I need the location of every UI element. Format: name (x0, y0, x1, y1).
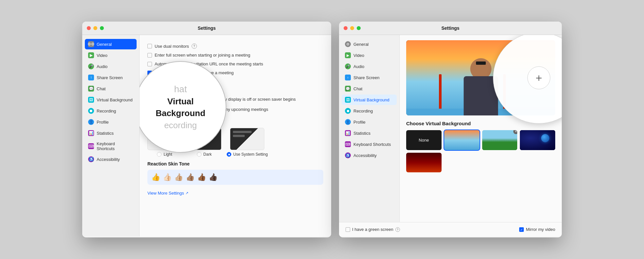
skin-tone-default[interactable]: 👍 (151, 173, 160, 181)
sidebar-item-recording[interactable]: ⏺ Recording (85, 106, 137, 116)
video-wrapper: ＋ (406, 40, 555, 115)
bg-thumb-space[interactable] (520, 130, 555, 150)
left-main-content: hat Virtual Background ecording Use dual… (140, 35, 331, 236)
theme-dark-radio[interactable] (197, 152, 201, 157)
left-window-title: Settings (198, 26, 216, 31)
dual-monitors-checkbox[interactable] (147, 44, 152, 48)
right-label-accessibility: Accessibility (353, 153, 377, 158)
right-maximize-button[interactable] (357, 26, 361, 30)
right-close-button[interactable] (344, 26, 348, 30)
theme-dark-label-row: Dark (197, 152, 212, 157)
sidebar-label-recording: Recording (97, 109, 116, 113)
skin-tone-title: Reaction Skin Tone (147, 161, 323, 166)
right-minimize-button[interactable] (350, 26, 354, 30)
skin-tone-4[interactable]: 👍🏾 (197, 173, 206, 181)
skin-tone-3[interactable]: 👍🏽 (186, 173, 195, 181)
minimize-button[interactable] (93, 26, 97, 30)
right-sidebar-keyboard-shortcuts[interactable]: ⌨ Keyboard Shortcuts (342, 139, 397, 149)
mirror-checkbox[interactable] (519, 227, 524, 232)
sidebar-label-chat: Chat (97, 86, 105, 91)
green-screen-check: I have a green screen ? (346, 227, 400, 232)
mag-line-hat: hat (142, 83, 219, 95)
sidebar-item-general[interactable]: ⚙ General (85, 39, 137, 49)
right-vbg-icon: 🖼 (345, 97, 351, 103)
mirror-label: Mirror my video (526, 227, 555, 232)
bg-grid: None ✕ (406, 130, 555, 150)
copy-url-checkbox[interactable] (147, 62, 152, 66)
mirror-check: Mirror my video (519, 227, 555, 232)
left-sidebar: ⚙ General ▶ Video 🎤 Audio ↑ Share Screen… (82, 35, 140, 236)
vbg-footer: I have a green screen ? Mirror my video (339, 222, 562, 236)
right-sidebar-audio[interactable]: 🎤 Audio (342, 61, 397, 72)
sidebar-item-virtual-background[interactable]: 🖼 Virtual Background (85, 95, 137, 105)
right-sidebar-recording[interactable]: ⏺ Recording (342, 106, 397, 116)
view-more-settings-link[interactable]: View More Settings ↗ (147, 191, 323, 196)
sidebar-item-share-screen[interactable]: ↑ Share Screen (85, 72, 137, 83)
full-screen-checkbox[interactable] (147, 53, 152, 58)
theme-dark-label: Dark (203, 152, 212, 157)
right-sidebar-chat[interactable]: 💬 Chat (342, 83, 397, 94)
right-label-vbg: Virtual Background (353, 97, 389, 102)
sidebar-item-video[interactable]: ▶ Video (85, 50, 137, 60)
keyboard-shortcuts-icon: ⌨ (88, 143, 94, 149)
right-gear-icon: ⚙ (345, 41, 351, 47)
right-recording-icon: ⏺ (345, 108, 351, 114)
sidebar-item-chat[interactable]: 💬 Chat (85, 83, 137, 94)
green-screen-help-icon[interactable]: ? (395, 227, 400, 232)
dual-monitors-help-icon[interactable]: ? (192, 43, 197, 49)
dual-monitors-label: Use dual monitors (155, 44, 189, 49)
virtual-background-icon: 🖼 (88, 97, 94, 103)
close-button[interactable] (87, 26, 91, 30)
sidebar-label-accessibility: Accessibility (97, 157, 120, 162)
grass-delete-badge[interactable]: ✕ (513, 130, 517, 134)
sidebar-label-statistics: Statistics (97, 131, 114, 136)
sidebar-item-audio[interactable]: 🎤 Audio (85, 61, 137, 72)
right-label-chat: Chat (353, 86, 362, 91)
right-sidebar-video[interactable]: ▶ Video (342, 50, 397, 60)
profile-icon: 👤 (88, 119, 94, 125)
magnifier-content: hat Virtual Background ecording (140, 76, 226, 138)
person-silhouette (463, 58, 499, 115)
add-background-button[interactable]: ＋ (527, 66, 550, 89)
right-keyboard-icon: ⌨ (345, 141, 351, 147)
right-video-icon: ▶ (345, 52, 351, 58)
mag-line-vbg: Virtual Background (142, 95, 219, 119)
left-settings-window: Settings ⚙ General ▶ Video 🎤 Audio ↑ Sha… (82, 22, 331, 237)
right-chat-icon: 💬 (345, 86, 351, 92)
right-sidebar-profile[interactable]: 👤 Profile (342, 117, 397, 127)
right-sidebar-statistics[interactable]: 📊 Statistics (342, 128, 397, 138)
skin-tone-2[interactable]: 👍🏼 (174, 173, 183, 181)
theme-system-radio[interactable] (227, 152, 231, 157)
right-sidebar-share-screen[interactable]: ↑ Share Screen (342, 72, 397, 83)
bg-thumb-bridge[interactable] (444, 130, 480, 150)
right-window-title: Settings (441, 26, 459, 31)
sidebar-label-share-screen: Share Screen (97, 75, 123, 80)
share-screen-icon: ↑ (88, 75, 94, 80)
right-sidebar-accessibility[interactable]: ♿ Accessibility (342, 150, 397, 161)
sidebar-item-statistics[interactable]: 📊 Statistics (85, 128, 137, 138)
skin-tone-5[interactable]: 👍🏿 (209, 173, 218, 181)
accessibility-icon: ♿ (88, 156, 94, 162)
right-sidebar-virtual-background[interactable]: 🖼 Virtual Background (342, 95, 397, 105)
right-sidebar-general[interactable]: ⚙ General (342, 39, 397, 49)
right-label-statistics: Statistics (353, 131, 370, 136)
sidebar-label-vbg: Virtual Background (97, 97, 133, 102)
bg-none-label: None (419, 138, 429, 143)
bg-thumb-none[interactable]: None (406, 130, 442, 150)
skin-tone-1[interactable]: 👍🏻 (163, 173, 172, 181)
theme-system-preview (230, 128, 264, 150)
right-label-general: General (353, 42, 369, 47)
green-screen-checkbox[interactable] (346, 227, 350, 232)
bg-thumb-grass[interactable]: ✕ (482, 130, 518, 150)
mag-line-recording: ecording (142, 119, 219, 131)
left-traffic-lights (87, 26, 104, 30)
theme-system-option[interactable]: Use System Setting (227, 128, 268, 157)
vbg-main-content: ＋ Choose Virtual Background None (400, 35, 562, 222)
theme-light-radio[interactable] (157, 152, 161, 157)
bg-thumb-redsky[interactable] (406, 153, 442, 173)
sidebar-item-profile[interactable]: 👤 Profile (85, 117, 137, 127)
maximize-button[interactable] (100, 26, 104, 30)
sidebar-item-accessibility[interactable]: ♿ Accessibility (85, 154, 137, 164)
right-label-share: Share Screen (353, 75, 380, 80)
sidebar-item-keyboard-shortcuts[interactable]: ⌨ Keyboard Shortcuts (85, 139, 137, 153)
